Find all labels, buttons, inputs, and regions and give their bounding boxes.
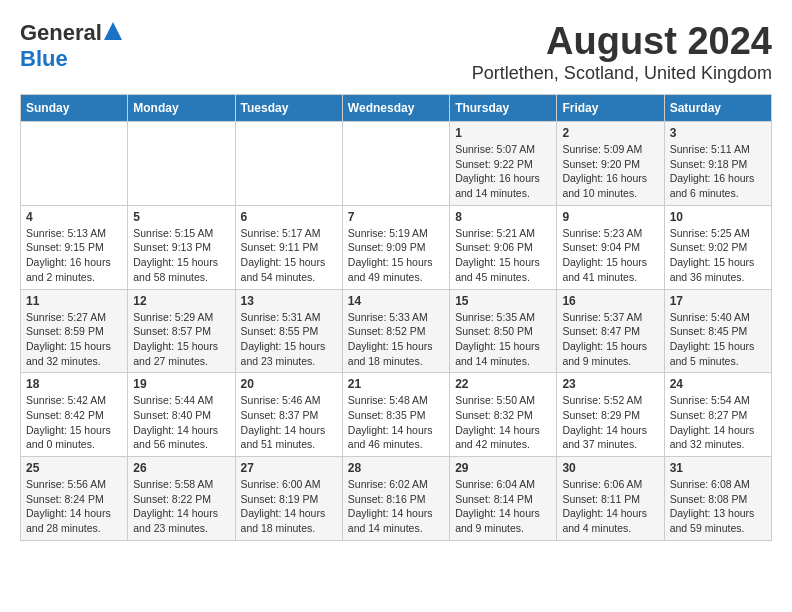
week-row-4: 18Sunrise: 5:42 AMSunset: 8:42 PMDayligh… bbox=[21, 373, 772, 457]
day-info: Sunrise: 6:08 AMSunset: 8:08 PMDaylight:… bbox=[670, 477, 766, 536]
day-cell: 17Sunrise: 5:40 AMSunset: 8:45 PMDayligh… bbox=[664, 289, 771, 373]
day-cell: 1Sunrise: 5:07 AMSunset: 9:22 PMDaylight… bbox=[450, 122, 557, 206]
day-number: 15 bbox=[455, 294, 551, 308]
day-info: Sunrise: 5:35 AMSunset: 8:50 PMDaylight:… bbox=[455, 310, 551, 369]
day-cell: 25Sunrise: 5:56 AMSunset: 8:24 PMDayligh… bbox=[21, 457, 128, 541]
day-info: Sunrise: 5:19 AMSunset: 9:09 PMDaylight:… bbox=[348, 226, 444, 285]
day-number: 16 bbox=[562, 294, 658, 308]
svg-marker-0 bbox=[104, 22, 122, 40]
day-number: 25 bbox=[26, 461, 122, 475]
day-number: 30 bbox=[562, 461, 658, 475]
day-info: Sunrise: 5:29 AMSunset: 8:57 PMDaylight:… bbox=[133, 310, 229, 369]
calendar-table: SundayMondayTuesdayWednesdayThursdayFrid… bbox=[20, 94, 772, 541]
day-cell: 24Sunrise: 5:54 AMSunset: 8:27 PMDayligh… bbox=[664, 373, 771, 457]
day-cell: 18Sunrise: 5:42 AMSunset: 8:42 PMDayligh… bbox=[21, 373, 128, 457]
day-cell: 27Sunrise: 6:00 AMSunset: 8:19 PMDayligh… bbox=[235, 457, 342, 541]
day-info: Sunrise: 5:21 AMSunset: 9:06 PMDaylight:… bbox=[455, 226, 551, 285]
day-cell: 19Sunrise: 5:44 AMSunset: 8:40 PMDayligh… bbox=[128, 373, 235, 457]
day-cell: 26Sunrise: 5:58 AMSunset: 8:22 PMDayligh… bbox=[128, 457, 235, 541]
day-number: 29 bbox=[455, 461, 551, 475]
day-info: Sunrise: 5:44 AMSunset: 8:40 PMDaylight:… bbox=[133, 393, 229, 452]
day-info: Sunrise: 5:42 AMSunset: 8:42 PMDaylight:… bbox=[26, 393, 122, 452]
page-subtitle: Portlethen, Scotland, United Kingdom bbox=[472, 63, 772, 84]
day-number: 3 bbox=[670, 126, 766, 140]
header-row: SundayMondayTuesdayWednesdayThursdayFrid… bbox=[21, 95, 772, 122]
col-header-saturday: Saturday bbox=[664, 95, 771, 122]
day-number: 1 bbox=[455, 126, 551, 140]
day-info: Sunrise: 5:52 AMSunset: 8:29 PMDaylight:… bbox=[562, 393, 658, 452]
day-info: Sunrise: 5:11 AMSunset: 9:18 PMDaylight:… bbox=[670, 142, 766, 201]
day-number: 14 bbox=[348, 294, 444, 308]
day-info: Sunrise: 5:13 AMSunset: 9:15 PMDaylight:… bbox=[26, 226, 122, 285]
day-info: Sunrise: 5:09 AMSunset: 9:20 PMDaylight:… bbox=[562, 142, 658, 201]
day-number: 28 bbox=[348, 461, 444, 475]
day-cell: 31Sunrise: 6:08 AMSunset: 8:08 PMDayligh… bbox=[664, 457, 771, 541]
calendar-body: 1Sunrise: 5:07 AMSunset: 9:22 PMDaylight… bbox=[21, 122, 772, 541]
week-row-3: 11Sunrise: 5:27 AMSunset: 8:59 PMDayligh… bbox=[21, 289, 772, 373]
day-cell bbox=[21, 122, 128, 206]
logo-icon bbox=[104, 22, 122, 40]
day-info: Sunrise: 5:17 AMSunset: 9:11 PMDaylight:… bbox=[241, 226, 337, 285]
day-number: 19 bbox=[133, 377, 229, 391]
day-number: 24 bbox=[670, 377, 766, 391]
day-number: 12 bbox=[133, 294, 229, 308]
day-info: Sunrise: 5:15 AMSunset: 9:13 PMDaylight:… bbox=[133, 226, 229, 285]
day-cell: 29Sunrise: 6:04 AMSunset: 8:14 PMDayligh… bbox=[450, 457, 557, 541]
day-info: Sunrise: 5:37 AMSunset: 8:47 PMDaylight:… bbox=[562, 310, 658, 369]
day-cell: 13Sunrise: 5:31 AMSunset: 8:55 PMDayligh… bbox=[235, 289, 342, 373]
day-cell: 28Sunrise: 6:02 AMSunset: 8:16 PMDayligh… bbox=[342, 457, 449, 541]
logo-blue: Blue bbox=[20, 46, 68, 71]
day-number: 26 bbox=[133, 461, 229, 475]
day-number: 17 bbox=[670, 294, 766, 308]
header: General Blue August 2024 Portlethen, Sco… bbox=[20, 20, 772, 84]
day-number: 31 bbox=[670, 461, 766, 475]
day-info: Sunrise: 5:40 AMSunset: 8:45 PMDaylight:… bbox=[670, 310, 766, 369]
day-info: Sunrise: 5:07 AMSunset: 9:22 PMDaylight:… bbox=[455, 142, 551, 201]
day-info: Sunrise: 6:06 AMSunset: 8:11 PMDaylight:… bbox=[562, 477, 658, 536]
day-cell: 9Sunrise: 5:23 AMSunset: 9:04 PMDaylight… bbox=[557, 205, 664, 289]
day-info: Sunrise: 5:25 AMSunset: 9:02 PMDaylight:… bbox=[670, 226, 766, 285]
day-cell: 16Sunrise: 5:37 AMSunset: 8:47 PMDayligh… bbox=[557, 289, 664, 373]
day-info: Sunrise: 5:48 AMSunset: 8:35 PMDaylight:… bbox=[348, 393, 444, 452]
day-number: 4 bbox=[26, 210, 122, 224]
day-cell bbox=[342, 122, 449, 206]
col-header-thursday: Thursday bbox=[450, 95, 557, 122]
day-number: 23 bbox=[562, 377, 658, 391]
day-info: Sunrise: 5:56 AMSunset: 8:24 PMDaylight:… bbox=[26, 477, 122, 536]
col-header-friday: Friday bbox=[557, 95, 664, 122]
day-cell: 10Sunrise: 5:25 AMSunset: 9:02 PMDayligh… bbox=[664, 205, 771, 289]
day-number: 20 bbox=[241, 377, 337, 391]
day-cell: 8Sunrise: 5:21 AMSunset: 9:06 PMDaylight… bbox=[450, 205, 557, 289]
day-number: 5 bbox=[133, 210, 229, 224]
day-info: Sunrise: 5:50 AMSunset: 8:32 PMDaylight:… bbox=[455, 393, 551, 452]
day-number: 2 bbox=[562, 126, 658, 140]
day-info: Sunrise: 5:58 AMSunset: 8:22 PMDaylight:… bbox=[133, 477, 229, 536]
col-header-sunday: Sunday bbox=[21, 95, 128, 122]
day-cell: 5Sunrise: 5:15 AMSunset: 9:13 PMDaylight… bbox=[128, 205, 235, 289]
day-cell: 7Sunrise: 5:19 AMSunset: 9:09 PMDaylight… bbox=[342, 205, 449, 289]
title-area: August 2024 Portlethen, Scotland, United… bbox=[472, 20, 772, 84]
day-info: Sunrise: 6:04 AMSunset: 8:14 PMDaylight:… bbox=[455, 477, 551, 536]
day-number: 22 bbox=[455, 377, 551, 391]
day-info: Sunrise: 5:33 AMSunset: 8:52 PMDaylight:… bbox=[348, 310, 444, 369]
logo-general: General bbox=[20, 20, 102, 46]
day-number: 11 bbox=[26, 294, 122, 308]
day-cell: 14Sunrise: 5:33 AMSunset: 8:52 PMDayligh… bbox=[342, 289, 449, 373]
day-number: 13 bbox=[241, 294, 337, 308]
day-cell bbox=[235, 122, 342, 206]
day-info: Sunrise: 5:31 AMSunset: 8:55 PMDaylight:… bbox=[241, 310, 337, 369]
day-number: 27 bbox=[241, 461, 337, 475]
day-cell: 4Sunrise: 5:13 AMSunset: 9:15 PMDaylight… bbox=[21, 205, 128, 289]
day-cell: 20Sunrise: 5:46 AMSunset: 8:37 PMDayligh… bbox=[235, 373, 342, 457]
day-cell: 30Sunrise: 6:06 AMSunset: 8:11 PMDayligh… bbox=[557, 457, 664, 541]
day-cell: 12Sunrise: 5:29 AMSunset: 8:57 PMDayligh… bbox=[128, 289, 235, 373]
day-number: 21 bbox=[348, 377, 444, 391]
page-title: August 2024 bbox=[472, 20, 772, 63]
col-header-wednesday: Wednesday bbox=[342, 95, 449, 122]
day-number: 6 bbox=[241, 210, 337, 224]
logo: General Blue bbox=[20, 20, 122, 72]
day-cell: 6Sunrise: 5:17 AMSunset: 9:11 PMDaylight… bbox=[235, 205, 342, 289]
day-number: 10 bbox=[670, 210, 766, 224]
day-cell: 22Sunrise: 5:50 AMSunset: 8:32 PMDayligh… bbox=[450, 373, 557, 457]
day-cell: 23Sunrise: 5:52 AMSunset: 8:29 PMDayligh… bbox=[557, 373, 664, 457]
